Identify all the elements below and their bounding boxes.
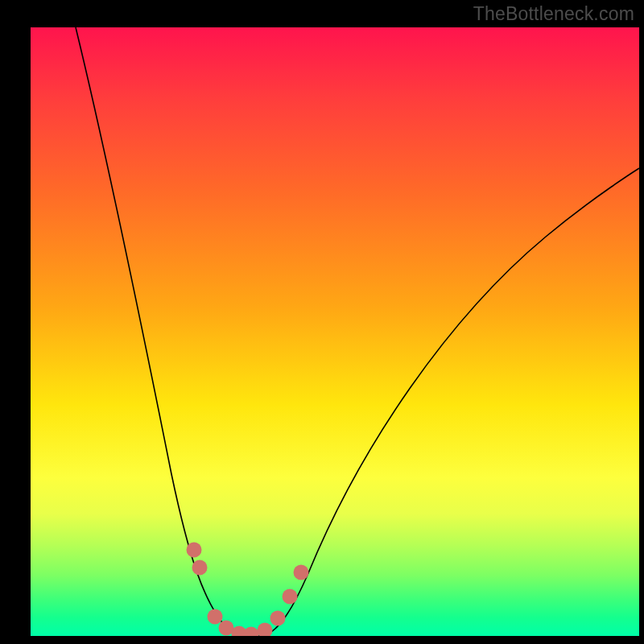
- curve-svg: [31, 27, 639, 636]
- bottleneck-curve-left: [76, 27, 259, 636]
- bottleneck-curve-right: [259, 168, 639, 636]
- chart-frame: TheBottleneck.com: [0, 0, 644, 644]
- marker-dot: [258, 623, 273, 637]
- plot-area: [31, 27, 639, 636]
- marker-group: [187, 543, 309, 637]
- marker-dot: [294, 565, 309, 580]
- marker-dot: [283, 589, 298, 605]
- marker-dot: [187, 543, 202, 558]
- marker-dot: [270, 611, 286, 626]
- watermark-text: TheBottleneck.com: [473, 3, 634, 25]
- marker-dot: [208, 609, 223, 625]
- marker-dot: [244, 627, 259, 637]
- marker-dot: [192, 560, 208, 576]
